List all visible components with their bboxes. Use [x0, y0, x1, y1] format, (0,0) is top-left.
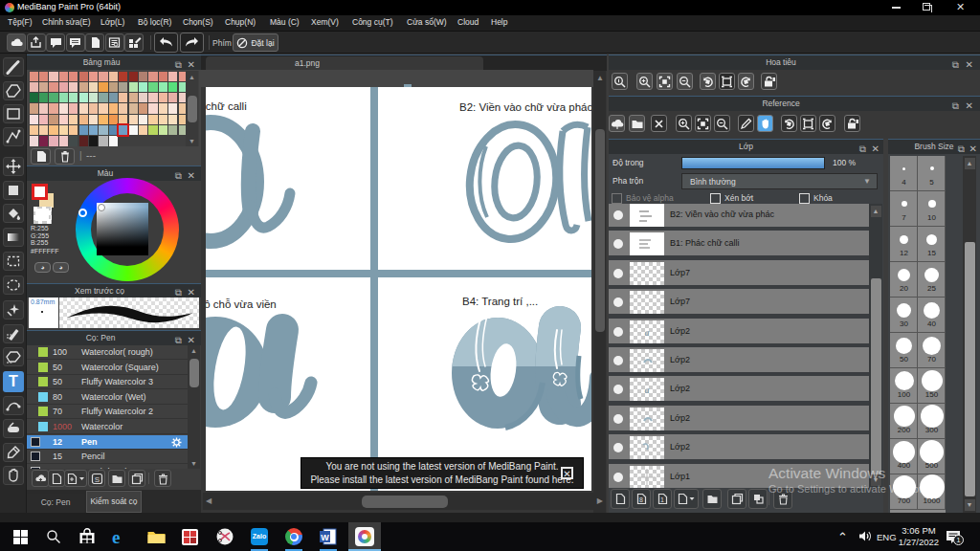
svg-text:a: a [645, 385, 650, 395]
svg-text:8: 8 [639, 496, 643, 503]
svg-text:a: a [645, 327, 650, 338]
svg-text:S: S [94, 474, 99, 483]
svg-text:W: W [321, 533, 329, 542]
svg-text:1: 1 [660, 496, 664, 503]
